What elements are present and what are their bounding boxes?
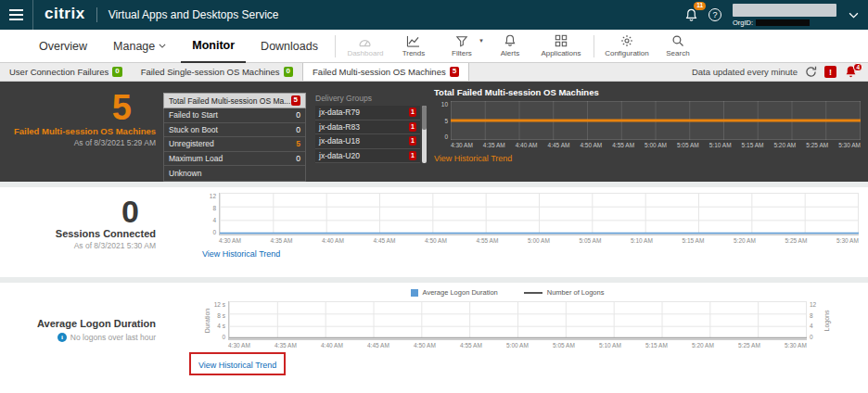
- product-title: Virtual Apps and Desktops Service: [97, 8, 279, 21]
- sessions-chart-zone: 12840 4:30 AM4:35 AM4:40 AM4:45 AM4:50 A…: [202, 193, 859, 260]
- citrix-logo: citrix: [33, 5, 96, 25]
- org-id-redacted: [756, 19, 810, 26]
- annotation-highlight-box: View Historical Trend: [189, 352, 286, 375]
- logon-chart-zone: Duration 12 s8 s4 s0 4:30 AM4:35 AM4:40 …: [202, 301, 831, 375]
- info-icon: i: [57, 333, 67, 342]
- failed-machines-summary: 5 Failed Multi-session OS Machines As of…: [0, 89, 156, 147]
- trends-icon: [406, 35, 420, 47]
- org-id-label: OrgID:: [733, 19, 753, 27]
- tool-alerts[interactable]: Alerts: [486, 30, 534, 62]
- chart-legend: Average Logon Duration Number of Logons: [202, 288, 812, 297]
- legend-item-num-logons: Number of Logons: [524, 288, 605, 297]
- plot-area: [451, 101, 861, 140]
- tool-search[interactable]: Search: [654, 30, 702, 62]
- tool-configuration[interactable]: Configuration: [600, 30, 654, 62]
- count-badge: 0: [284, 67, 293, 77]
- breakdown-row[interactable]: Stuck on Boot0: [164, 123, 305, 138]
- alarm-count-badge: 4: [853, 63, 862, 72]
- notifications-button[interactable]: 11: [681, 5, 701, 25]
- delivery-group-row[interactable]: jx-data-U181: [315, 134, 420, 149]
- y-axis-title-left: Duration: [202, 301, 211, 340]
- tab-downloads[interactable]: Downloads: [249, 30, 329, 63]
- filters-dropdown-caret[interactable]: ▼: [479, 38, 484, 44]
- y-axis-labels-right: 12840: [807, 301, 822, 340]
- logon-note: No logons over last hour: [70, 333, 156, 342]
- legend-swatch-line: [524, 292, 542, 294]
- delivery-groups-header: Delivery Groups: [315, 93, 427, 105]
- ftab-failed-multi-session[interactable]: Failed Multi-session OS Machines 5: [302, 63, 469, 81]
- y-axis-labels: 1050: [434, 101, 451, 140]
- refresh-button[interactable]: [805, 66, 817, 78]
- view-historical-trend-link[interactable]: View Historical Trend: [202, 249, 280, 259]
- sessions-chart: 12840 4:30 AM4:35 AM4:40 AM4:45 AM4:50 A…: [202, 193, 859, 244]
- tool-trends[interactable]: Trends: [389, 30, 438, 62]
- applications-icon: [555, 34, 568, 47]
- legend-swatch-square: [411, 289, 418, 297]
- logon-title: Average Logon Duration: [0, 318, 156, 329]
- top-header: citrix Virtual Apps and Desktops Service…: [0, 0, 868, 30]
- breakdown-row[interactable]: Maximum Load0: [164, 152, 305, 167]
- failed-machines-asof: As of 8/3/2021 5:29 AM: [0, 138, 156, 147]
- count-badge: 5: [291, 95, 300, 106]
- logon-summary: Average Logon Duration i No logons over …: [0, 318, 156, 342]
- plot-area: [228, 301, 807, 340]
- help-button[interactable]: ?: [708, 8, 721, 21]
- y-axis-labels-left: 12 s8 s4 s0: [211, 301, 228, 340]
- refresh-icon: [805, 66, 817, 78]
- breakdown-row[interactable]: Failed to Start0: [164, 108, 305, 123]
- average-logon-duration-panel: Average Logon Duration i No logons over …: [0, 283, 868, 381]
- chevron-down-icon: [159, 44, 166, 48]
- nav-divider: [594, 35, 594, 57]
- tool-applications[interactable]: Applications: [534, 30, 588, 62]
- chart-title: Total Failed Multi-session OS Machines: [434, 87, 861, 97]
- x-axis-labels: 4:30 AM4:35 AM4:40 AM4:45 AM4:50 AM4:55 …: [228, 342, 807, 349]
- alerts-icon: [504, 34, 517, 47]
- sessions-count: 0: [0, 195, 156, 228]
- x-axis-labels: 4:30 AM4:35 AM4:40 AM4:45 AM4:50 AM4:55 …: [451, 142, 861, 148]
- delivery-group-row[interactable]: jx-data-U201: [315, 149, 420, 164]
- hamburger-menu-icon[interactable]: [0, 0, 33, 30]
- view-historical-trend-link[interactable]: View Historical Trend: [434, 154, 512, 163]
- configuration-gear-icon: [620, 34, 633, 47]
- failed-machines-chart-zone: Total Failed Multi-session OS Machines 1…: [434, 87, 861, 165]
- plot-area: [219, 193, 859, 235]
- tab-overview[interactable]: Overview: [28, 30, 98, 63]
- legend-item-avg-logon: Average Logon Duration: [411, 288, 498, 297]
- data-updated-text: Data updated every minute: [692, 67, 798, 77]
- chevron-down-icon[interactable]: [844, 12, 862, 19]
- filters-icon: [455, 35, 468, 47]
- scrollbar[interactable]: [422, 106, 427, 163]
- logon-duration-chart: Duration 12 s8 s4 s0 4:30 AM4:35 AM4:40 …: [202, 301, 831, 349]
- failed-machines-chart: 1050 4:30 AM4:35 AM4:40 AM4:45 AM4:50 AM…: [434, 101, 861, 148]
- failure-filter-bar: User Connection Failures 0 Failed Single…: [0, 63, 868, 82]
- breakdown-row[interactable]: Unregistered5: [164, 137, 305, 152]
- critical-alert-icon[interactable]: !: [824, 66, 836, 78]
- ftab-user-connection-failures[interactable]: User Connection Failures 0: [0, 63, 132, 81]
- count-badge: 0: [112, 67, 121, 77]
- tab-manage[interactable]: Manage: [102, 30, 177, 63]
- alarm-button[interactable]: 4: [844, 65, 861, 80]
- app-window: citrix Virtual Apps and Desktops Service…: [0, 0, 868, 393]
- failed-machines-panel: 5 Failed Multi-session OS Machines As of…: [0, 82, 868, 182]
- y-axis-title-right: Logons: [822, 301, 831, 340]
- account-name-redacted: [733, 4, 836, 17]
- count-badge: 5: [450, 67, 459, 77]
- breakdown-row[interactable]: Unknown: [164, 166, 305, 181]
- scrollbar-thumb[interactable]: [422, 106, 427, 130]
- ftab-failed-single-session[interactable]: Failed Single-session OS Machines 0: [132, 63, 302, 81]
- x-axis-labels: 4:30 AM4:35 AM4:40 AM4:45 AM4:50 AM4:55 …: [219, 237, 859, 244]
- sessions-asof: As of 8/3/2021 5:30 AM: [0, 241, 156, 250]
- delivery-group-row[interactable]: jx-data-R791: [315, 106, 420, 120]
- delivery-groups-list: Delivery Groups jx-data-R791jx-data-R831…: [315, 93, 427, 163]
- tab-monitor[interactable]: Monitor: [181, 30, 246, 63]
- failed-machines-title: Failed Multi-session OS Machines: [0, 126, 156, 136]
- failure-type-dropdown[interactable]: Total Failed Multi-session OS Ma... 5: [163, 93, 306, 108]
- y-axis-labels: 12840: [202, 193, 219, 235]
- tool-filters[interactable]: ▼ Filters: [438, 30, 486, 62]
- sessions-summary: 0 Sessions Connected As of 8/3/2021 5:30…: [0, 195, 156, 250]
- bell-icon: [684, 8, 698, 22]
- delivery-group-row[interactable]: jx-data-R831: [315, 120, 420, 135]
- sessions-connected-panel: 0 Sessions Connected As of 8/3/2021 5:30…: [0, 187, 868, 277]
- view-historical-trend-link[interactable]: View Historical Trend: [198, 361, 276, 370]
- sessions-title: Sessions Connected: [0, 228, 156, 239]
